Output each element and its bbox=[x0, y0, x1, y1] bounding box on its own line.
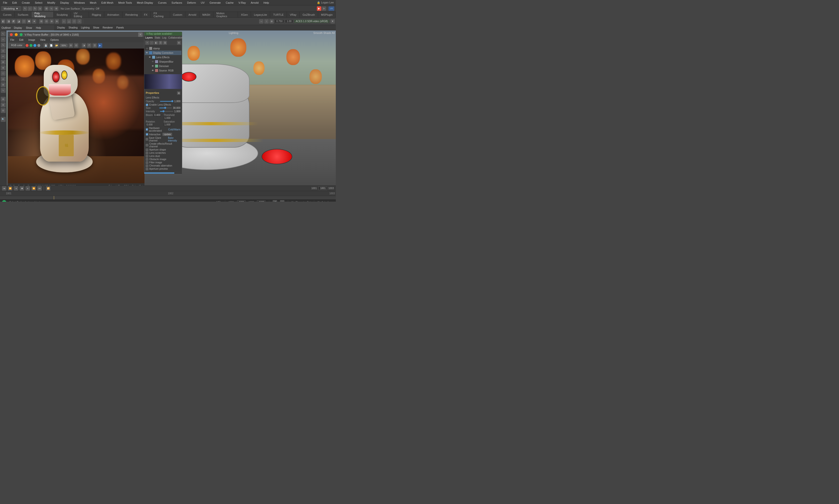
tab-poly-modeling[interactable]: Poly Modeling bbox=[32, 12, 54, 17]
hw-checkbox[interactable]: ✓ bbox=[146, 128, 148, 131]
vfb-render[interactable]: ▶ bbox=[98, 43, 102, 48]
tool-icon-6[interactable]: ⬢ bbox=[27, 19, 31, 23]
transform-icon[interactable]: ⊞ bbox=[1, 97, 6, 102]
current-frame-input[interactable] bbox=[318, 186, 327, 190]
tool-icon-7[interactable]: ★ bbox=[32, 19, 36, 23]
tool-icon-11[interactable]: ⊗ bbox=[55, 19, 59, 23]
paint-icon[interactable]: ✎ bbox=[1, 43, 6, 48]
layers-add[interactable]: + bbox=[145, 41, 149, 45]
bevel-icon[interactable]: ⬡ bbox=[1, 71, 6, 76]
menu-windows[interactable]: Windows bbox=[73, 1, 86, 5]
vfb-zoom-fit[interactable]: ⊞ bbox=[69, 43, 73, 48]
layer-denoiser[interactable]: 👁 Denoiser bbox=[151, 64, 181, 68]
tool-icon-3[interactable]: ◩ bbox=[11, 19, 16, 23]
viewport-menu-lighting[interactable]: Lighting bbox=[80, 26, 91, 30]
tab-log[interactable]: Log bbox=[161, 36, 168, 40]
color-green[interactable] bbox=[30, 44, 32, 47]
vfb-menu-edit[interactable]: Edit bbox=[18, 38, 24, 42]
tool-icon-9[interactable]: ⊟ bbox=[44, 19, 49, 23]
layer-stamp[interactable]: 👁 stamp bbox=[145, 46, 181, 51]
tab-custom[interactable]: Custom bbox=[170, 12, 186, 17]
color-mode-select[interactable]: RGB color bbox=[9, 43, 24, 48]
menu-create[interactable]: Create bbox=[21, 1, 31, 5]
sound-icon[interactable]: 🔊 bbox=[273, 200, 277, 202]
lasso-icon[interactable]: ⌖ bbox=[1, 37, 6, 42]
vfb-load[interactable]: 📂 bbox=[54, 43, 59, 48]
timeline-playhead[interactable] bbox=[54, 196, 54, 199]
playback-settings[interactable]: ⚙ bbox=[280, 200, 284, 202]
tab-legacylite[interactable]: LegacyLite bbox=[251, 12, 270, 17]
grid-icon[interactable]: ⊟ bbox=[1, 108, 6, 113]
opacity-slider[interactable] bbox=[160, 101, 173, 102]
right-tool-2[interactable]: ↕ bbox=[264, 19, 269, 23]
select-icon[interactable]: ↖ bbox=[1, 32, 6, 36]
tool-icon-12[interactable]: ⌂ bbox=[62, 19, 66, 23]
outliner-menu-help[interactable]: Help bbox=[35, 26, 42, 30]
tool-icon-10[interactable]: ⊕ bbox=[49, 19, 54, 23]
viewport-menu-show[interactable]: Show bbox=[92, 26, 100, 30]
bridge-icon[interactable]: ⊞ bbox=[1, 60, 6, 65]
props-expand[interactable]: ⊞ bbox=[177, 91, 180, 95]
play-back-start[interactable]: ⏮ bbox=[2, 186, 6, 191]
vfb-50pct[interactable]: 50% bbox=[60, 44, 68, 47]
dust-checkbox[interactable] bbox=[146, 155, 148, 158]
menu-mesh[interactable]: Mesh bbox=[89, 1, 97, 5]
tab-animation[interactable]: Animation bbox=[104, 12, 122, 17]
viewport-3d[interactable]: V-Ray Frame Buffer - [50.0% of 3840 x 21… bbox=[6, 31, 336, 185]
tab-xgen[interactable]: XGen bbox=[238, 12, 251, 17]
color-blue[interactable] bbox=[33, 44, 36, 47]
tool-icon-13[interactable]: △ bbox=[67, 19, 71, 23]
panel-scrollbar-thumb[interactable] bbox=[144, 173, 174, 174]
merge-icon[interactable]: ⊗ bbox=[1, 82, 6, 87]
tab-rendering[interactable]: Rendering bbox=[122, 12, 141, 17]
tab-surfaces[interactable]: Surfaces bbox=[15, 12, 32, 17]
menu-deform[interactable]: Deform bbox=[186, 1, 197, 5]
tool-icon-5[interactable]: ⬡ bbox=[22, 19, 26, 23]
menu-edit[interactable]: Edit bbox=[11, 1, 18, 5]
update-btn[interactable]: Update bbox=[162, 133, 172, 136]
tab-uv-editing[interactable]: UV Editing bbox=[71, 12, 89, 17]
layers-copy[interactable]: ◧ bbox=[154, 41, 158, 45]
ap-preview-checkbox[interactable] bbox=[146, 168, 148, 170]
tab-rigging[interactable]: Rigging bbox=[89, 12, 104, 17]
playback-end-input[interactable] bbox=[257, 200, 265, 202]
tab-curves[interactable]: Curves bbox=[0, 12, 15, 17]
minimize-button[interactable] bbox=[15, 33, 18, 36]
tab-gozbrush[interactable]: GoZBrush bbox=[300, 12, 318, 17]
menu-edit-mesh[interactable]: Edit Mesh bbox=[100, 1, 114, 5]
right-tool-1[interactable]: ↔ bbox=[259, 19, 263, 23]
save-glare-checkbox[interactable] bbox=[146, 138, 148, 141]
enable-lens-checkbox[interactable]: ✓ bbox=[146, 104, 148, 106]
extrude-icon[interactable]: ⊕ bbox=[1, 65, 6, 70]
menu-modify[interactable]: Modify bbox=[46, 1, 56, 5]
menu-mesh-display[interactable]: Mesh Display bbox=[136, 1, 154, 5]
vfb-menu-view[interactable]: View bbox=[39, 38, 47, 42]
menu-select[interactable]: Select bbox=[34, 1, 43, 5]
viewport-menu-panels[interactable]: Panels bbox=[115, 26, 125, 30]
layer-source-rgb[interactable]: 👁 Source: RGB bbox=[151, 68, 181, 73]
menu-vray[interactable]: V-Ray bbox=[238, 1, 247, 5]
vray-close-btn[interactable]: ✕ bbox=[138, 32, 143, 37]
play-back-step[interactable]: ◂ bbox=[14, 186, 18, 191]
size-thumb[interactable] bbox=[164, 107, 166, 109]
tab-mash[interactable]: MASH bbox=[199, 12, 213, 17]
scratches-checkbox[interactable] bbox=[146, 152, 148, 154]
chromatic-checkbox[interactable] bbox=[146, 165, 148, 167]
tab-turtle[interactable]: TURTLE bbox=[270, 12, 287, 17]
move-tool[interactable]: ↕ bbox=[28, 6, 32, 11]
search-icon[interactable]: 🔍 bbox=[1, 117, 6, 122]
ipr-btn[interactable]: ⊳ bbox=[322, 6, 326, 11]
obstacle-checkbox[interactable] bbox=[146, 158, 148, 161]
rotation-value[interactable]: 0.000 bbox=[146, 123, 153, 126]
rotate-tool[interactable]: ↻ bbox=[33, 6, 37, 11]
layer-lens-effects[interactable]: 👁 Lens Effects bbox=[148, 55, 181, 59]
opacity-thumb[interactable] bbox=[171, 100, 173, 102]
interactive-checkbox[interactable]: ✓ bbox=[146, 133, 148, 136]
select-tool[interactable]: ↖ bbox=[23, 6, 27, 11]
loop-toggle[interactable]: 🔁 bbox=[46, 186, 50, 191]
menu-file[interactable]: File bbox=[2, 1, 8, 5]
play-back[interactable]: ⏪ bbox=[8, 186, 12, 191]
snap-grid[interactable]: ⊞ bbox=[44, 6, 49, 11]
viewport-menu-display[interactable]: Display bbox=[56, 26, 66, 30]
play-forward-end[interactable]: ⏭ bbox=[37, 186, 42, 191]
